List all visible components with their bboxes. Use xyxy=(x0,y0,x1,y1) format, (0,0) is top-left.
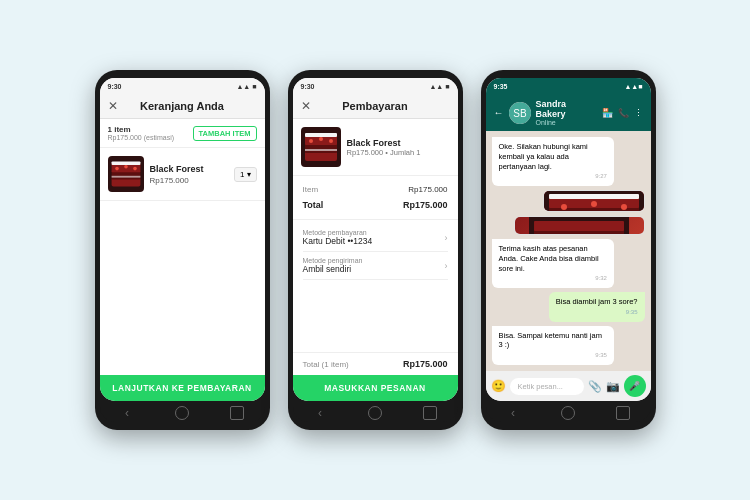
contact-name: Sandra Bakery xyxy=(536,99,597,119)
item-label: Item xyxy=(303,185,319,194)
svg-rect-13 xyxy=(305,133,337,137)
cart-item-price: Rp175.000 xyxy=(150,176,229,185)
recents-button-2[interactable] xyxy=(423,406,437,420)
chat-msg-4: Bisa. Sampai ketemu nanti jam 3 :) 9:35 xyxy=(492,326,614,365)
status-bar-1: 9:30 ▲▲ ■ xyxy=(100,78,265,94)
svg-rect-31 xyxy=(534,221,624,231)
footer-total-label: Total (1 item) xyxy=(303,360,349,369)
status-time-1: 9:30 xyxy=(108,83,122,90)
wa-header-actions: 🏪 📞 ⋮ xyxy=(602,108,643,118)
svg-rect-17 xyxy=(305,149,337,151)
svg-point-7 xyxy=(133,167,137,171)
svg-rect-4 xyxy=(111,161,140,165)
svg-point-25 xyxy=(561,204,567,210)
delivery-method-row[interactable]: Metode pengiriman Ambil sendiri › xyxy=(303,252,448,280)
payment-close-btn[interactable]: ✕ xyxy=(301,99,311,113)
battery-icon: ■ xyxy=(252,83,256,90)
recents-button-3[interactable] xyxy=(616,406,630,420)
wa-status-time: 9:35 xyxy=(494,83,508,90)
svg-rect-8 xyxy=(111,176,140,178)
cart-close-btn[interactable]: ✕ xyxy=(108,99,118,113)
signal-icon: ▲▲ xyxy=(236,83,250,90)
phone-1-body: 9:30 ▲▲ ■ ✕ Keranjang Anda 1 item Rp175.… xyxy=(95,70,270,430)
svg-text:SB: SB xyxy=(513,108,527,119)
msg-4-time: 9:35 xyxy=(499,352,607,360)
wa-back-button[interactable]: ← xyxy=(494,107,504,118)
more-icon[interactable]: ⋮ xyxy=(634,108,643,118)
battery-icon-2: ■ xyxy=(445,83,449,90)
phone-1-screen: 9:30 ▲▲ ■ ✕ Keranjang Anda 1 item Rp175.… xyxy=(100,78,265,401)
order-card-bubble: Pesanan Anda Black Forest Rp175.000 • Ju… xyxy=(543,190,645,212)
payment-item-info: Black Forest Rp175.000 • Jumlah 1 xyxy=(347,138,421,157)
item-price-row: Item Rp175.000 xyxy=(303,182,448,197)
status-bar-2: 9:30 ▲▲ ■ xyxy=(293,78,458,94)
checkout-button[interactable]: LANJUTKAN KE PEMBAYARAN xyxy=(100,375,265,401)
back-button-3[interactable]: ‹ xyxy=(506,406,520,420)
phone-2-nav: ‹ xyxy=(293,401,458,422)
home-button-1[interactable] xyxy=(175,406,189,420)
payment-method-section: Metode pembayaran Kartu Debit ••1234 › M… xyxy=(293,220,458,284)
back-button-1[interactable]: ‹ xyxy=(120,406,134,420)
payment-title: Pembayaran xyxy=(342,100,407,112)
add-item-button[interactable]: TAMBAH ITEM xyxy=(193,126,257,141)
shop-icon[interactable]: 🏪 xyxy=(602,108,613,118)
svg-point-16 xyxy=(329,139,333,143)
payment-item-detail: Rp175.000 • Jumlah 1 xyxy=(347,148,421,157)
home-button-3[interactable] xyxy=(561,406,575,420)
contact-status: Online xyxy=(536,119,597,126)
svg-rect-24 xyxy=(549,194,639,199)
cart-quantity-selector[interactable]: 1 ▾ xyxy=(234,167,256,182)
phone-1-nav: ‹ xyxy=(100,401,265,422)
camera-icon[interactable]: 📷 xyxy=(606,380,620,393)
wa-contact-info: Sandra Bakery Online xyxy=(536,99,597,126)
wa-chat-header: ← SB Sandra Bakery Online 🏪 📞 ⋮ xyxy=(486,94,651,131)
phone-icon[interactable]: 📞 xyxy=(618,108,629,118)
chat-msg-2: Terima kasih atas pesanan Anda. Cake And… xyxy=(492,239,614,288)
msg-3-time: 9:35 xyxy=(556,309,638,317)
payment-method-row[interactable]: Metode pembayaran Kartu Debit ••1234 › xyxy=(303,224,448,252)
payment-item-preview: Black Forest Rp175.000 • Jumlah 1 xyxy=(293,119,458,176)
payment-method-info: Metode pembayaran Kartu Debit ••1234 xyxy=(303,229,373,246)
chat-msg-1: Oke. Silakan hubungi kami kembali ya kal… xyxy=(492,137,614,186)
home-button-2[interactable] xyxy=(368,406,382,420)
svg-point-5 xyxy=(115,167,119,171)
delivery-method-chevron: › xyxy=(445,261,448,271)
message-input[interactable]: Ketik pesan... xyxy=(510,378,584,395)
order-card-image xyxy=(544,191,644,212)
submit-order-button[interactable]: MASUKKAN PESANAN xyxy=(293,375,458,401)
phone-1: 9:30 ▲▲ ■ ✕ Keranjang Anda 1 item Rp175.… xyxy=(95,70,270,430)
emoji-icon[interactable]: 🙂 xyxy=(491,379,506,393)
svg-point-6 xyxy=(124,165,128,169)
cart-item-image xyxy=(108,156,144,192)
cart-info-bar: 1 item Rp175.000 (estimasi) TAMBAH ITEM xyxy=(100,119,265,148)
phone-3-screen: 9:35 ▲▲■ ← SB Sandra Bakery Online xyxy=(486,78,651,401)
delivery-method-label: Metode pengiriman xyxy=(303,257,363,264)
chat-msg-3: Bisa diambil jam 3 sore? 9:35 xyxy=(549,292,645,322)
phone-3: 9:35 ▲▲■ ← SB Sandra Bakery Online xyxy=(481,70,656,430)
phone-3-body: 9:35 ▲▲■ ← SB Sandra Bakery Online xyxy=(481,70,656,430)
wa-status-icons: ▲▲■ xyxy=(624,83,642,90)
wa-signal-icon: ▲▲■ xyxy=(624,83,642,90)
payment-method-chevron: › xyxy=(445,233,448,243)
recents-button-1[interactable] xyxy=(230,406,244,420)
item-value: Rp175.000 xyxy=(408,185,447,194)
cart-content: 1 item Rp175.000 (estimasi) TAMBAH ITEM xyxy=(100,119,265,375)
mic-button[interactable]: 🎤 xyxy=(624,375,646,397)
cart-header: ✕ Keranjang Anda xyxy=(100,94,265,119)
status-time-2: 9:30 xyxy=(301,83,315,90)
payment-item-name: Black Forest xyxy=(347,138,421,148)
cart-item-count: 1 item Rp175.000 (estimasi) xyxy=(108,125,175,141)
attachment-icon[interactable]: 📎 xyxy=(588,380,602,393)
wa-status-bar: 9:35 ▲▲■ xyxy=(486,78,651,94)
total-value: Rp175.000 xyxy=(403,200,448,210)
status-icons-1: ▲▲ ■ xyxy=(236,83,256,90)
total-row: Total Rp175.000 xyxy=(303,197,448,213)
mic-icon: 🎤 xyxy=(629,381,640,391)
phone-2: 9:30 ▲▲ ■ ✕ Pembayaran xyxy=(288,70,463,430)
payment-footer-total: Total (1 item) Rp175.000 xyxy=(293,352,458,375)
payment-content: Black Forest Rp175.000 • Jumlah 1 Item R… xyxy=(293,119,458,375)
footer-total-value: Rp175.000 xyxy=(403,359,448,369)
msg-2-time: 9:32 xyxy=(499,275,607,283)
cart-item-name: Black Forest xyxy=(150,164,229,174)
back-button-2[interactable]: ‹ xyxy=(313,406,327,420)
